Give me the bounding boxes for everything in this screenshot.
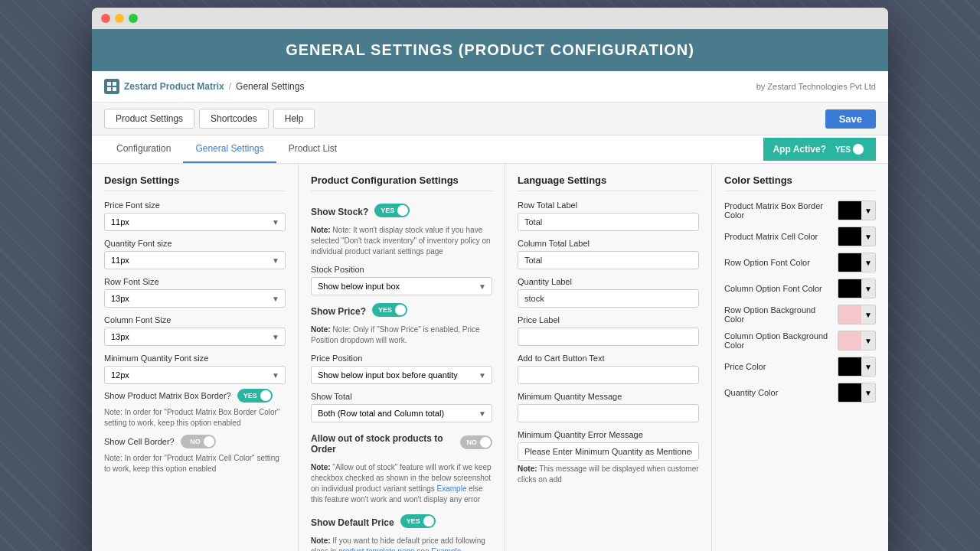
color-cell-btn[interactable]: ▼ (861, 227, 875, 246)
breadcrumb-separator: / (229, 81, 231, 92)
save-button[interactable]: Save (825, 109, 876, 129)
color-border-swatch (838, 201, 861, 220)
color-row-font-btn[interactable]: ▼ (861, 253, 875, 272)
show-price-row: Show Price? YES (311, 300, 492, 320)
color-row-col-bg: Column Option Background Color ▼ (724, 331, 876, 350)
row-font-label: Row Font Size (104, 277, 286, 286)
show-default-note: Note: If you want to hide default price … (311, 536, 492, 551)
color-cell-swatch (838, 227, 861, 246)
min-qty-msg-input[interactable] (518, 404, 699, 422)
min-qty-err-input[interactable] (518, 442, 699, 461)
color-col-font-swatch (838, 279, 861, 298)
app-active-toggle[interactable]: YES (832, 142, 867, 156)
price-label-input[interactable] (518, 328, 699, 346)
color-col-font-btn[interactable]: ▼ (861, 279, 875, 298)
price-pos-select[interactable]: Show below input box before quantity (311, 366, 492, 384)
stock-pos-wrapper: Show below input box ▼ (311, 277, 492, 295)
color-qty-picker[interactable]: ▼ (838, 383, 876, 403)
color-border-picker[interactable]: ▼ (838, 201, 876, 220)
content-area: Design Settings Price Font size 11px12px… (92, 164, 888, 551)
show-total-wrapper: Both (Row total and Column total) ▼ (311, 404, 492, 422)
main-window: GENERAL SETTINGS (PRODUCT CONFIGURATION)… (92, 8, 888, 551)
product-config-title: Product Configuration Settings (311, 174, 492, 191)
app-active-label: App Active? (773, 144, 826, 155)
col-total-input[interactable] (518, 251, 699, 269)
show-border-label: Show Product Matrix Box Border? (104, 391, 231, 400)
design-settings-title: Design Settings (104, 174, 286, 191)
price-font-select[interactable]: 11px12px13px14px (104, 213, 286, 231)
window-header: GENERAL SETTINGS (PRODUCT CONFIGURATION) (92, 29, 888, 71)
color-col-bg-picker[interactable]: ▼ (838, 331, 876, 350)
show-border-toggle[interactable]: YES (237, 389, 273, 403)
qty-label-label: Quantity Label (518, 277, 699, 286)
show-price-toggle[interactable]: YES (372, 303, 407, 317)
shortcodes-button[interactable]: Shortcodes (199, 109, 269, 129)
stock-pos-label: Stock Position (311, 265, 492, 274)
show-total-select[interactable]: Both (Row total and Column total) (311, 404, 492, 422)
language-settings-col: Language Settings Row Total Label Column… (505, 164, 712, 551)
product-template-link[interactable]: product template page (338, 547, 415, 551)
tab-product-list[interactable]: Product List (276, 135, 349, 163)
stock-pos-select[interactable]: Show below input box (311, 277, 492, 295)
color-price-label: Price Color (724, 362, 838, 371)
color-border-btn[interactable]: ▼ (861, 201, 875, 220)
qty-font-select[interactable]: 11px12px13px (104, 251, 286, 269)
color-settings-title: Color Settings (724, 174, 876, 191)
color-cell-picker[interactable]: ▼ (838, 227, 876, 246)
close-button[interactable] (101, 14, 110, 23)
show-stock-state: YES (379, 207, 396, 214)
col-font-select[interactable]: 13px12px14px (104, 328, 286, 346)
color-row-row-font: Row Option Font Color ▼ (724, 253, 876, 272)
color-col-font-picker[interactable]: ▼ (838, 279, 876, 298)
minimize-button[interactable] (115, 14, 124, 23)
col-font-wrapper: 13px12px14px ▼ (104, 328, 286, 346)
show-price-label: Show Price? (311, 306, 366, 317)
color-col-bg-swatch (838, 331, 861, 350)
allow-out-toggle[interactable]: NO (460, 435, 492, 449)
min-qty-font-wrapper: 12px11px13px ▼ (104, 366, 286, 384)
color-row-font-label: Row Option Font Color (724, 258, 838, 267)
show-stock-toggle[interactable]: YES (374, 204, 410, 217)
color-row-bg-picker[interactable]: ▼ (838, 305, 876, 324)
tab-configuration[interactable]: Configuration (104, 135, 183, 163)
svg-rect-3 (113, 87, 116, 91)
color-row-bg-btn[interactable]: ▼ (861, 305, 875, 324)
breadcrumb: Zestard Product Matrix / General Setting… (104, 79, 304, 94)
design-settings-col: Design Settings Price Font size 11px12px… (92, 164, 299, 551)
min-qty-font-select[interactable]: 12px11px13px (104, 366, 286, 384)
show-default-state: YES (405, 517, 422, 525)
show-price-dot (395, 305, 406, 315)
example-link-2[interactable]: Example (431, 547, 461, 551)
show-stock-label: Show Stock? (311, 207, 368, 217)
color-settings-col: Color Settings Product Matrix Box Border… (712, 164, 888, 551)
maximize-button[interactable] (129, 14, 138, 23)
product-settings-button[interactable]: Product Settings (104, 109, 194, 129)
show-stock-dot (397, 205, 408, 216)
tab-general-settings[interactable]: General Settings (183, 135, 276, 163)
color-price-picker[interactable]: ▼ (838, 357, 876, 377)
allow-out-dot (480, 437, 491, 448)
show-cell-dot (204, 436, 214, 447)
row-font-select[interactable]: 13px12px14px (104, 289, 286, 308)
example-link-1[interactable]: Example (437, 484, 467, 493)
row-total-input[interactable] (518, 213, 699, 231)
show-stock-row: Show Stock? YES (311, 201, 492, 220)
color-qty-btn[interactable]: ▼ (861, 383, 875, 402)
color-price-btn[interactable]: ▼ (861, 357, 875, 376)
color-row-border: Product Matrix Box Border Color ▼ (724, 201, 876, 220)
show-default-toggle[interactable]: YES (400, 514, 436, 528)
help-button[interactable]: Help (273, 109, 315, 129)
qty-label-input[interactable] (518, 289, 699, 308)
show-total-label: Show Total (311, 392, 492, 401)
tabs-bar: Configuration General Settings Product L… (92, 135, 888, 164)
add-cart-input[interactable] (518, 366, 699, 384)
allow-out-note: Note: "Allow out of stock" feature will … (311, 462, 492, 505)
color-col-bg-btn[interactable]: ▼ (861, 331, 875, 350)
color-price-swatch (838, 357, 861, 376)
toggle-circle (853, 144, 864, 155)
color-row-font-picker[interactable]: ▼ (838, 253, 876, 272)
price-font-label: Price Font size (104, 201, 286, 210)
row-total-label: Row Total Label (518, 201, 699, 210)
allow-out-label: Allow out of stock products to Order (311, 433, 454, 455)
show-cell-toggle[interactable]: NO (181, 435, 216, 448)
